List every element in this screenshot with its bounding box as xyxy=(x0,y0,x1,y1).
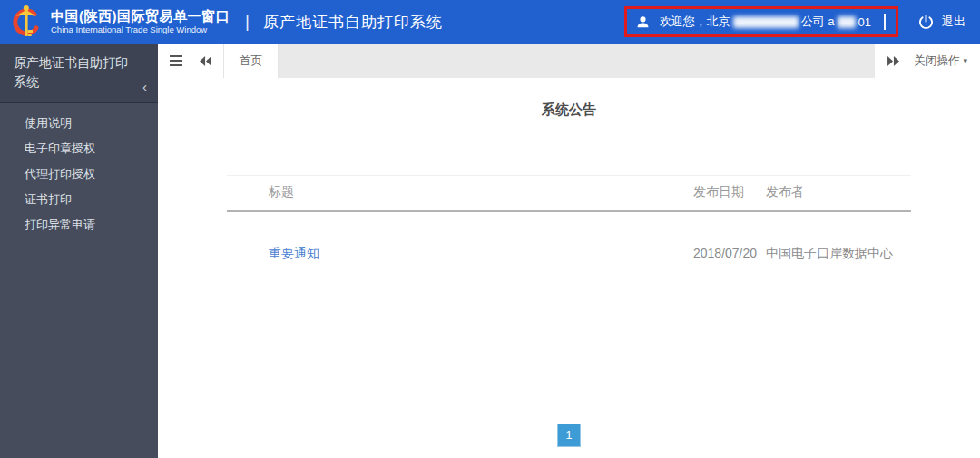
page-title: 系统公告 xyxy=(158,102,980,119)
logout-label: 退出 xyxy=(942,14,965,30)
tab-strip-filler xyxy=(279,44,875,78)
redacted-user-id xyxy=(838,16,856,28)
chevron-down-icon: ▾ xyxy=(963,56,967,65)
tab-bar-right-controls: 关闭操作 ▾ xyxy=(875,44,980,78)
menu-toggle-button[interactable] xyxy=(162,44,191,78)
app-header: 中国(陕西)国际贸易单一窗口 China International Trade… xyxy=(0,0,980,44)
brand-title: 中国(陕西)国际贸易单一窗口 xyxy=(51,8,230,24)
sidebar-item-usage-instructions[interactable]: 使用说明 xyxy=(0,111,158,136)
header-title-divider: | xyxy=(245,12,250,32)
welcome-user-suffix: 01 xyxy=(858,15,871,29)
redacted-company-name xyxy=(733,16,799,28)
hamburger-icon xyxy=(170,55,182,66)
announcement-date-cell: 2018/07/20 xyxy=(693,246,766,262)
logout-button[interactable]: 退出 xyxy=(917,14,965,31)
app-window: 中国(陕西)国际贸易单一窗口 China International Trade… xyxy=(0,0,980,458)
announcement-link[interactable]: 重要通知 xyxy=(269,246,319,260)
close-operations-label: 关闭操作 xyxy=(914,54,959,69)
pagination: 1 xyxy=(158,424,980,447)
sidebar-collapse-icon[interactable]: ‹ xyxy=(142,81,147,93)
sidebar-item-print-exception-request[interactable]: 打印异常申请 xyxy=(0,212,158,238)
tab-bar: 首页 关闭操作 ▾ xyxy=(158,44,980,78)
column-header-date: 发布日期 xyxy=(693,184,766,200)
announcement-publisher-cell: 中国电子口岸数据中心 xyxy=(766,246,911,262)
sidebar: 原产地证书自助打印系统 ‹ 使用说明 电子印章授权 代理打印授权 证书打印 打印… xyxy=(0,44,158,458)
welcome-prefix: 欢迎您，北京 xyxy=(660,14,730,30)
announcement-table: 标题 发布日期 发布者 重要通知 2018/07/20 中国电子口岸数据中心 xyxy=(227,175,911,262)
sidebar-item-agent-print-authorization[interactable]: 代理打印授权 xyxy=(0,161,158,187)
table-header-row: 标题 发布日期 发布者 xyxy=(227,175,911,212)
pagination-page-1-button[interactable]: 1 xyxy=(557,424,581,447)
welcome-text: 欢迎您，北京 公司 a 01 xyxy=(660,14,871,30)
tab-home[interactable]: 首页 xyxy=(223,44,279,78)
brand-block: 中国(陕西)国际贸易单一窗口 China International Trade… xyxy=(51,8,230,34)
sidebar-menu: 使用说明 电子印章授权 代理打印授权 证书打印 打印异常申请 xyxy=(0,103,158,238)
double-chevron-left-icon xyxy=(200,56,211,66)
sidebar-header: 原产地证书自助打印系统 ‹ xyxy=(0,44,158,103)
sidebar-item-certificate-print[interactable]: 证书打印 xyxy=(0,187,158,212)
sidebar-item-eseal-authorization[interactable]: 电子印章授权 xyxy=(0,136,158,161)
header-vertical-divider xyxy=(884,14,886,30)
sidebar-title: 原产地证书自助打印系统 xyxy=(14,55,128,89)
annotation-red-box: 欢迎您，北京 公司 a 01 xyxy=(624,6,898,37)
scroll-tabs-right-button[interactable] xyxy=(887,56,899,66)
scroll-tabs-left-button[interactable] xyxy=(191,44,220,78)
brand-subtitle: China International Trade Single Window xyxy=(51,25,230,35)
double-chevron-right-icon xyxy=(887,56,899,66)
user-avatar-icon xyxy=(635,15,651,30)
announcement-title-cell: 重要通知 xyxy=(227,246,693,262)
close-operations-dropdown[interactable]: 关闭操作 ▾ xyxy=(914,54,967,69)
column-header-publisher: 发布者 xyxy=(766,184,911,200)
table-row: 重要通知 2018/07/20 中国电子口岸数据中心 xyxy=(227,212,911,262)
column-header-title: 标题 xyxy=(227,184,693,200)
welcome-company-suffix: 公司 a xyxy=(801,14,835,30)
power-icon xyxy=(917,14,935,31)
app-title: 原产地证书自助打印系统 xyxy=(263,12,443,33)
main-content: 系统公告 标题 发布日期 发布者 重要通知 2018/07/20 中国电子口岸数… xyxy=(158,78,980,458)
customs-logo-icon xyxy=(9,4,44,40)
